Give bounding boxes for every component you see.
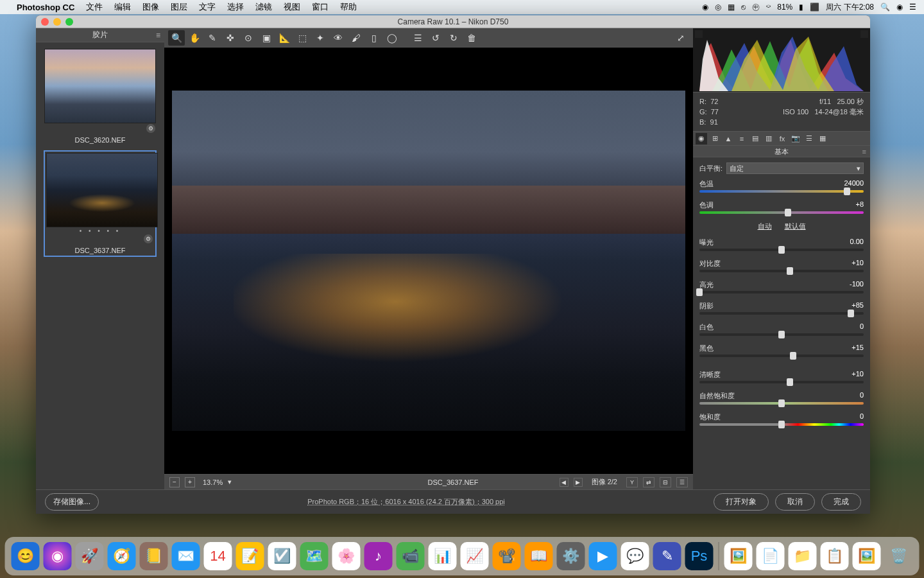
dock-quicktime[interactable]: ▶ [589,542,617,570]
contrast-value[interactable]: +10 [851,259,864,268]
maximize-button[interactable] [65,18,73,26]
zoom-out-button[interactable]: − [169,477,180,487]
dock-numbers[interactable]: 📊 [429,542,457,570]
dock-app1[interactable]: ✎ [653,542,681,570]
auto-button[interactable]: 自动 [758,222,772,231]
vibrance-slider[interactable] [699,402,864,405]
workflow-info[interactable]: ProPhoto RGB；16 位；6016 x 4016 (24.2 百万像素… [307,497,505,507]
menu-type[interactable]: 文字 [199,1,216,13]
menu-help[interactable]: 帮助 [340,1,357,13]
slider-thumb[interactable] [790,352,796,360]
default-button[interactable]: 默认值 [785,222,806,231]
window-titlebar[interactable]: Camera Raw 10.1 – Nikon D750 [36,15,870,28]
slider-thumb[interactable] [848,310,854,317]
crop-tool[interactable]: ▣ [258,30,275,46]
dock-safari[interactable]: 🧭 [108,542,136,570]
exposure-slider[interactable] [699,249,864,251]
saturation-slider[interactable] [699,423,864,426]
menu-window[interactable]: 窗口 [312,1,329,13]
histogram[interactable] [693,28,870,92]
menu-layer[interactable]: 图层 [171,1,187,13]
slider-thumb[interactable] [778,331,785,338]
wechat-icon[interactable]: ◉ [702,3,708,12]
panel-menu-icon[interactable]: ≡ [862,146,866,157]
dock-mail[interactable]: ✉️ [172,542,200,570]
dock-recent-3[interactable]: 📁 [789,542,817,570]
zoom-dropdown-icon[interactable]: ▾ [228,478,232,486]
tab-detail-icon[interactable]: ▲ [723,133,734,144]
color-sampler-tool[interactable]: ✜ [222,30,239,46]
eyedropper-tool[interactable]: ✎ [204,30,221,46]
dock-recent-4[interactable]: 📋 [821,542,849,570]
clock[interactable]: 周六 下午2:08 [826,2,874,13]
slider-thumb[interactable] [787,267,793,275]
tint-slider[interactable] [699,211,864,214]
contrast-slider[interactable] [699,270,864,272]
shadows-value[interactable]: +85 [851,301,864,311]
tab-hsl-icon[interactable]: ≡ [736,133,748,144]
dock-photos[interactable]: 🌸 [332,542,361,570]
view-options-icon[interactable]: ☰ [676,477,688,487]
tab-snapshot-icon[interactable]: ▦ [817,133,828,144]
menu-edit[interactable]: 编辑 [114,1,131,13]
cancel-button[interactable]: 取消 [775,493,815,511]
tab-lens-icon[interactable]: ▥ [763,133,774,144]
spot-removal-tool[interactable]: ✦ [312,30,329,46]
tab-preset-icon[interactable]: ☰ [803,133,815,144]
dock-recent-2[interactable]: 📄 [757,542,785,570]
battery-icon[interactable]: ▮ [799,3,803,12]
dock-photoshop[interactable]: Ps [685,542,714,570]
rotate-ccw-icon[interactable]: ↺ [427,30,444,46]
redeye-tool[interactable]: 👁 [330,30,346,46]
dock-ibooks[interactable]: 📖 [525,542,553,570]
dock-recent-5[interactable]: 🖼️ [853,542,881,570]
highlights-value[interactable]: -100 [850,280,864,290]
straighten-tool[interactable]: 📐 [276,30,293,46]
dock-preferences[interactable]: ⚙️ [557,542,585,570]
prev-image-button[interactable]: ◀ [560,478,569,487]
dock-reminders[interactable]: ☑️ [268,542,296,570]
hand-tool[interactable]: ✋ [186,30,203,46]
dock-calendar[interactable]: 14 [204,542,232,570]
target-adjust-tool[interactable]: ⊙ [240,30,257,46]
filmstrip-menu-icon[interactable]: ≡ [156,31,160,40]
app-name[interactable]: Photoshop CC [17,3,74,12]
zoom-in-button[interactable]: + [185,477,195,487]
spotlight-icon[interactable]: 🔍 [880,3,890,12]
wb-select[interactable]: 自定 ▾ [726,162,864,174]
notification-icon[interactable]: ☰ [909,3,916,12]
input-icon[interactable]: ㊥ [752,2,760,13]
thumbnail-2[interactable]: • • • • • ⚙ DSC_3637.NEF [44,150,157,257]
clarity-slider[interactable] [699,381,864,383]
dock-itunes[interactable]: ♪ [364,542,393,570]
adjustment-brush-tool[interactable]: 🖌 [348,30,364,46]
next-image-button[interactable]: ▶ [574,478,583,487]
before-after-button[interactable]: Y [626,477,638,487]
transform-tool[interactable]: ⬚ [294,30,311,46]
menu-filter[interactable]: 滤镜 [255,1,272,13]
dock-recent-1[interactable]: 🖼️ [724,542,753,570]
minimize-button[interactable] [53,18,61,26]
siri-icon[interactable]: ◉ [896,3,903,12]
whites-value[interactable]: 0 [860,322,864,332]
radial-filter-tool[interactable]: ◯ [384,30,400,46]
menu-file[interactable]: 文件 [86,1,103,13]
battery-percent[interactable]: 81% [777,3,792,12]
fullscreen-icon[interactable]: ⤢ [672,30,689,46]
blacks-value[interactable]: +15 [851,344,864,353]
dock-launchpad[interactable]: 🚀 [76,542,104,570]
open-object-button[interactable]: 打开对象 [714,493,769,511]
dock-siri[interactable]: ◉ [44,542,72,570]
tab-split-icon[interactable]: ▤ [749,133,761,144]
tint-value[interactable]: +8 [855,200,864,210]
dock-facetime[interactable]: 📹 [397,542,425,570]
slider-thumb[interactable] [844,188,850,195]
tab-fx-icon[interactable]: fx [776,133,788,144]
sogou-icon[interactable]: ⬛ [810,3,819,12]
menu-image[interactable]: 图像 [142,1,159,13]
swap-button[interactable]: ⇄ [643,477,654,487]
menu-select[interactable]: 选择 [227,1,244,13]
slider-thumb[interactable] [787,378,793,386]
dock-maps[interactable]: 🗺️ [300,542,329,570]
disk-icon[interactable]: ▦ [728,3,735,12]
